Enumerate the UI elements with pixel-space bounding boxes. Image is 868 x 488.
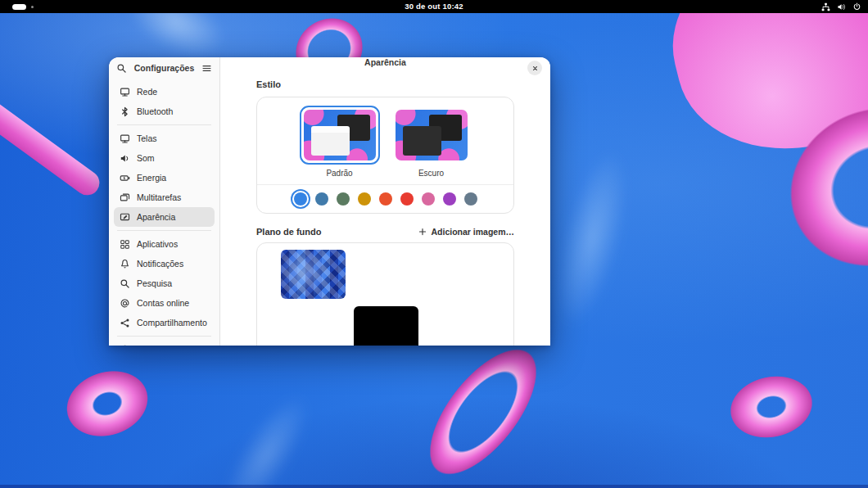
sidebar-item-label: Aplicativos [137,239,178,249]
sound-icon [120,153,130,164]
sidebar-item-label: Multitarefas [137,192,181,202]
add-image-label: Adicionar imagem… [431,227,514,237]
at-icon [120,298,130,309]
battery-icon [120,173,130,183]
thumb-window-front [311,126,350,156]
style-selection-ring [300,106,380,165]
accent-colors-row [257,185,513,213]
appearance-icon [120,212,130,223]
main-pane: Aparência Estilo PadrãoEscuro Plano de f… [220,57,550,346]
screen: 30 de out 10:42 Configurações RedeBlueto… [0,0,868,488]
wallpaper-option-blue-mosaic[interactable] [281,250,346,299]
wallpaper-streak-right [542,144,641,332]
style-selection-ring [391,106,472,165]
accent-color-yellow[interactable] [358,192,371,206]
sidebar-item-notificacoes[interactable]: Notificações [114,254,215,273]
page-title: Aparência [364,57,406,67]
sidebar-item-label: Telas [137,133,157,143]
sidebar-item-label: Aparência [137,212,175,222]
style-thumb-padrao [304,110,376,160]
menu-icon[interactable] [201,63,212,74]
plus-icon [418,228,427,236]
style-option-padrao[interactable]: Padrão [300,106,380,178]
wallpaper-torus-bottomright [717,363,825,452]
accent-color-red[interactable] [400,192,414,206]
background-header-row: Plano de fundo Adicionar imagem… [256,227,514,237]
wallpaper-streak-bottomleft [209,383,324,488]
sidebar-item-label: Contas online [137,298,189,308]
sidebar-item-label: Som [137,153,155,163]
power-icon [852,2,861,11]
sidebar-item-label: Energia [137,173,166,183]
window-title: Configurações [130,63,198,73]
accent-color-purple[interactable] [443,192,456,206]
close-button[interactable] [527,61,542,75]
mouse-icon [120,345,130,346]
appearance-content: Estilo PadrãoEscuro Plano de fundo Adici… [220,67,550,346]
accent-color-green[interactable] [337,192,350,206]
sidebar-nav: RedeBluetoothTelasSomEnergiaMultitarefas… [109,79,219,346]
sidebar-item-pesquisa[interactable]: Pesquisa [114,273,215,293]
accent-color-pink[interactable] [422,192,435,206]
style-section-label: Estilo [256,79,514,89]
sidebar-divider [117,230,211,231]
accent-color-blue[interactable] [294,192,307,206]
wallpaper-bottom-edge [0,485,868,488]
sidebar-item-aparencia[interactable]: Aparência [114,207,215,227]
network-wired-icon [821,2,830,11]
settings-window: Configurações RedeBluetoothTelasSomEnerg… [109,57,550,346]
share-icon [120,318,130,328]
sidebar-item-label: Mouse e touchpad [137,345,207,346]
sidebar-item-rede[interactable]: Rede [114,82,215,102]
status-area[interactable] [821,0,861,13]
apps-icon [120,239,130,250]
network-icon [120,87,130,97]
main-headerbar[interactable]: Aparência [220,57,550,67]
accent-color-teal[interactable] [315,192,328,206]
sidebar-divider [117,336,211,337]
multitasking-icon [120,192,130,203]
sidebar-divider [117,124,211,125]
sidebar-item-som[interactable]: Som [114,148,215,168]
accent-color-orange[interactable] [379,192,392,206]
thumb-window-front [403,126,441,156]
sidebar-item-label: Bluetooth [137,106,173,116]
style-option-escuro[interactable]: Escuro [391,106,472,178]
wallpaper-tube-left [0,72,104,201]
sidebar-item-label: Rede [137,87,157,97]
wallpaper-option-black[interactable] [354,306,418,346]
wallpaper-torus-bottomleft [50,354,165,454]
sidebar-item-contas-online[interactable]: Contas online [114,293,215,313]
search-icon [120,278,130,289]
sidebar-item-energia[interactable]: Energia [114,168,215,188]
search-icon[interactable] [116,63,127,74]
style-card: PadrãoEscuro [256,97,514,214]
accent-color-slate[interactable] [464,192,477,206]
sidebar-item-compartilhamento[interactable]: Compartilhamento [114,313,215,332]
style-option-label: Escuro [391,169,472,178]
sidebar-item-label: Notificações [137,259,183,269]
bluetooth-icon [120,106,130,117]
sidebar-item-multitarefas[interactable]: Multitarefas [114,188,215,207]
sidebar-headerbar[interactable]: Configurações [109,57,219,79]
add-image-button[interactable]: Adicionar imagem… [418,227,514,237]
style-options-row: PadrãoEscuro [257,97,513,178]
sidebar: Configurações RedeBluetoothTelasSomEnerg… [109,57,220,346]
bell-icon [120,259,130,269]
background-section-label: Plano de fundo [256,227,321,237]
sidebar-item-mouse-touchpad[interactable]: Mouse e touchpad [114,340,215,346]
style-option-label: Padrão [300,169,380,178]
sidebar-item-label: Pesquisa [137,278,172,288]
sidebar-item-bluetooth[interactable]: Bluetooth [114,102,215,121]
sidebar-item-label: Compartilhamento [137,318,207,328]
volume-icon [837,2,846,11]
sidebar-item-telas[interactable]: Telas [114,129,215,148]
clock[interactable]: 30 de out 10:42 [0,0,868,13]
style-thumb-escuro [396,110,468,160]
display-icon [120,133,130,144]
sidebar-item-aplicativos[interactable]: Aplicativos [114,234,215,254]
top-bar: 30 de out 10:42 [0,0,868,13]
background-card [256,242,514,346]
